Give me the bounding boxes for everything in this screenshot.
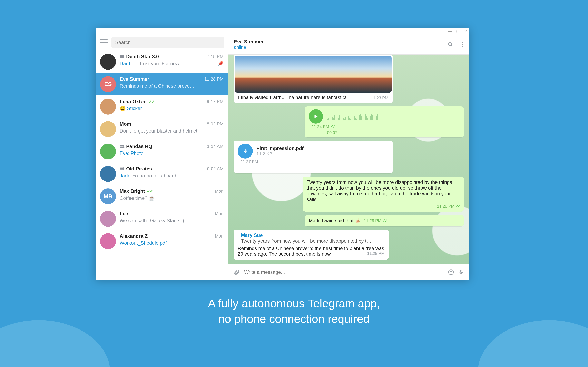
- svg-point-2: [120, 145, 122, 147]
- avatar: [100, 99, 116, 115]
- chat-name: Death Star 3.0: [126, 54, 159, 59]
- quote-author: Mary Sue: [241, 233, 385, 238]
- chat-preview: I'll trust you. For now.: [134, 61, 180, 67]
- chat-list-item[interactable]: Lena Oxton✓✓9:17 PM😄 Sticker: [95, 95, 228, 118]
- microphone-icon[interactable]: [458, 269, 464, 275]
- minimize-button[interactable]: —: [448, 29, 452, 33]
- audio-duration: 00:07: [327, 130, 337, 135]
- play-button[interactable]: [309, 109, 323, 124]
- messages-area[interactable]: I finally visited Earth.. The nature her…: [228, 55, 469, 264]
- group-icon: [120, 55, 125, 58]
- svg-point-13: [452, 271, 452, 272]
- message-time: 11:23 PM: [371, 96, 388, 100]
- message-time: 11:28 PM✓✓: [437, 204, 460, 208]
- chat-list-item[interactable]: Pandas HQ1:14 AMEva: Photo: [95, 140, 228, 163]
- message-text-out[interactable]: Twenty years from now you will be more d…: [303, 176, 464, 212]
- chat-time: 7:15 PM: [207, 54, 224, 59]
- svg-point-8: [462, 42, 463, 43]
- chat-time: 0:02 AM: [207, 166, 224, 171]
- message-text-out[interactable]: Mark Twain said that ☝🏻 11:28 PM✓✓: [305, 215, 464, 226]
- search-field[interactable]: [112, 37, 224, 48]
- read-ticks-icon: ✓✓: [147, 188, 152, 194]
- chat-preview: Photo: [131, 150, 144, 156]
- emoji-icon[interactable]: [448, 269, 454, 275]
- chat-time: 9:17 PM: [207, 99, 224, 104]
- chat-list-item[interactable]: MBMax Bright✓✓MonCoffee time? ☕: [95, 185, 228, 208]
- chat-name: Old Pirates: [126, 166, 152, 172]
- more-options-icon[interactable]: [461, 42, 463, 47]
- svg-point-1: [122, 55, 124, 57]
- avatar: [100, 143, 116, 159]
- message-reply-in[interactable]: Mary Sue Twenty years from now you will …: [233, 230, 389, 260]
- chat-title: Eva Summer: [234, 39, 264, 45]
- message-file[interactable]: First Impression.pdf 11.2 KB 11:27 PM: [233, 141, 393, 173]
- chat-list-item[interactable]: LeeMonWe can call it Galaxy Star 7 ;): [95, 208, 228, 230]
- chat-list-item[interactable]: ESEva Summer11:28 PMReminds me of a Chin…: [95, 73, 228, 95]
- svg-point-3: [122, 145, 124, 147]
- message-time: 11:28 PM✓✓: [364, 218, 387, 223]
- group-icon: [120, 167, 125, 171]
- avatar: MB: [100, 188, 116, 204]
- preview-emoji: 😄: [120, 106, 126, 111]
- close-button[interactable]: ✕: [463, 29, 467, 33]
- chat-list-item[interactable]: Alexandra ZMonWorkout_Shedule.pdf: [95, 230, 228, 252]
- avatar: [100, 54, 116, 70]
- file-size: 11.2 KB: [256, 151, 303, 157]
- message-photo[interactable]: I finally visited Earth.. The nature her…: [233, 55, 393, 103]
- chat-time: 1:14 AM: [207, 144, 224, 149]
- audio-waveform[interactable]: [327, 112, 423, 120]
- message-text: Twenty years from now you will be more d…: [307, 179, 452, 202]
- chat-name: Alexandra Z: [120, 233, 148, 239]
- chat-preview: Sticker: [127, 106, 142, 111]
- message-text: Mark Twain said that ☝🏻: [309, 218, 361, 224]
- message-time: 11:28 PM: [367, 251, 385, 256]
- chat-list-item[interactable]: Death Star 3.07:15 PMDarth: I'll trust y…: [95, 50, 228, 73]
- chat-list-item[interactable]: Old Pirates0:02 AMJack: Yo-ho-ho, all ab…: [95, 163, 228, 185]
- chat-preview: Workout_Shedule.pdf: [120, 240, 167, 246]
- app-window: — ▢ ✕ Death Star 3.07:15 PMDarth: I'll t…: [95, 28, 469, 280]
- photo-caption-text: I finally visited Earth.. The nature her…: [238, 95, 346, 100]
- chat-time: Mon: [215, 211, 224, 216]
- chat-name: Lee: [120, 211, 128, 217]
- preview-sender: Jack:: [120, 173, 131, 179]
- chat-header: Eva Summer online: [228, 34, 469, 55]
- attach-icon[interactable]: [233, 269, 240, 275]
- message-voice[interactable]: 00:07 11:24 PM✓✓: [305, 106, 464, 137]
- compose-bar: [228, 264, 469, 280]
- chat-preview: We can call it Galaxy Star 7 ;): [120, 218, 184, 224]
- svg-point-4: [120, 167, 122, 169]
- svg-line-7: [451, 45, 452, 46]
- decorative-cloud-right: [478, 320, 588, 367]
- menu-button[interactable]: [100, 39, 108, 45]
- svg-rect-14: [461, 270, 462, 273]
- titlebar: — ▢ ✕: [95, 28, 469, 34]
- svg-point-12: [450, 271, 450, 272]
- svg-point-5: [122, 167, 124, 169]
- group-icon: [120, 145, 125, 148]
- message-input[interactable]: [244, 269, 443, 275]
- chat-name: Max Bright: [120, 188, 145, 194]
- chat-time: 8:02 PM: [207, 121, 224, 127]
- preview-sender: Eva:: [120, 150, 130, 156]
- chat-name: Pandas HQ: [126, 143, 152, 149]
- maximize-button[interactable]: ▢: [456, 29, 460, 33]
- search-in-chat-icon[interactable]: [448, 42, 453, 47]
- avatar: [100, 233, 116, 249]
- photo-attachment[interactable]: [235, 56, 392, 92]
- chat-preview: Don't forget your blaster and helmet: [120, 128, 198, 134]
- svg-point-11: [449, 269, 454, 275]
- chat-time: Mon: [215, 234, 224, 239]
- search-input[interactable]: [115, 40, 220, 45]
- avatar: [100, 166, 116, 182]
- chat-list-item[interactable]: Mom8:02 PMDon't forget your blaster and …: [95, 118, 228, 140]
- download-icon[interactable]: [238, 143, 253, 159]
- chat-preview: Yo-ho-ho, all aboard!: [132, 173, 178, 179]
- preview-sender: Darth:: [120, 61, 133, 67]
- svg-point-6: [448, 42, 452, 45]
- message-text: Reminds me of a Chinese proverb: the bes…: [238, 245, 384, 257]
- chat-time: Mon: [215, 189, 224, 194]
- quoted-message[interactable]: Mary Sue Twenty years from now you will …: [238, 233, 385, 244]
- svg-point-10: [462, 46, 463, 47]
- chat-time: 11:28 PM: [204, 76, 224, 82]
- chat-preview: Coffee time? ☕: [120, 195, 155, 201]
